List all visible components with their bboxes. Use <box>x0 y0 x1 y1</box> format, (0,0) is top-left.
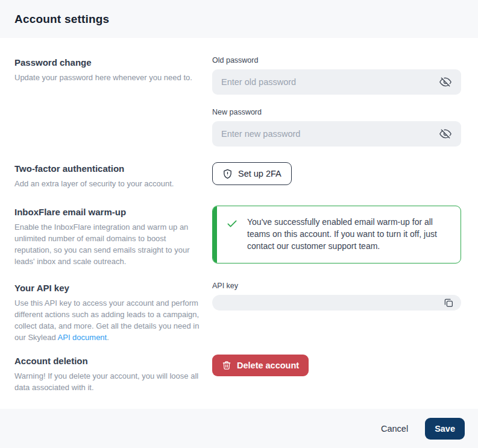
password-change-description: Update your password here whenever you n… <box>14 72 203 84</box>
account-deletion-actions: Delete account <box>212 355 461 394</box>
account-deletion-title: Account deletion <box>14 356 203 366</box>
old-password-input-wrap <box>212 69 461 95</box>
old-password-label: Old password <box>212 56 461 65</box>
section-api-key: Your API key Use this API key to access … <box>14 282 461 344</box>
new-password-visibility-toggle[interactable] <box>438 126 453 142</box>
page-footer: Cancel Save <box>0 409 478 448</box>
api-key-title: Your API key <box>14 283 203 293</box>
old-password-field: Old password <box>212 56 461 95</box>
settings-content: Password change Update your password her… <box>0 38 478 409</box>
save-button[interactable]: Save <box>425 418 465 440</box>
setup-2fa-button[interactable]: Set up 2FA <box>212 162 292 185</box>
old-password-input[interactable] <box>221 77 438 87</box>
two-factor-description: Add an extra layer of security to your a… <box>14 178 203 190</box>
copy-api-key-button[interactable] <box>441 295 456 311</box>
new-password-field: New password <box>212 108 461 147</box>
new-password-input-wrap <box>212 121 461 147</box>
delete-account-button[interactable]: Delete account <box>212 355 309 376</box>
api-key-field-area: API key <box>212 282 461 344</box>
two-factor-actions: Set up 2FA <box>212 162 461 190</box>
password-change-title: Password change <box>14 57 203 68</box>
account-deletion-info: Account deletion Warning! If you delete … <box>14 355 212 394</box>
page-header: Account settings <box>0 0 478 38</box>
section-two-factor: Two-factor authentication Add an extra l… <box>14 162 461 190</box>
section-password-change: Password change Update your password her… <box>14 56 461 147</box>
warmup-alert-text: You've successfully enabled email warm-u… <box>247 216 451 253</box>
email-warmup-info: InboxFlare email warm-up Enable the Inbo… <box>14 206 212 268</box>
two-factor-title: Two-factor authentication <box>14 163 203 174</box>
copy-icon <box>443 297 454 308</box>
api-key-label: API key <box>212 282 461 290</box>
email-warmup-description: Enable the InboxFlare integration and wa… <box>14 222 203 268</box>
password-change-info: Password change Update your password her… <box>14 56 212 147</box>
api-key-field-wrap <box>212 295 461 311</box>
email-warmup-status: You've successfully enabled email warm-u… <box>212 206 461 268</box>
warmup-success-alert: You've successfully enabled email warm-u… <box>212 206 461 263</box>
section-email-warmup: InboxFlare email warm-up Enable the Inbo… <box>14 206 461 268</box>
cancel-button[interactable]: Cancel <box>380 420 409 437</box>
api-key-description: Use this API key to access your account … <box>14 298 203 344</box>
old-password-visibility-toggle[interactable] <box>438 74 453 90</box>
new-password-input[interactable] <box>221 129 438 139</box>
email-warmup-title: InboxFlare email warm-up <box>14 207 203 217</box>
shield-icon <box>222 169 233 179</box>
section-account-deletion: Account deletion Warning! If you delete … <box>14 355 461 394</box>
eye-off-icon <box>439 128 451 140</box>
two-factor-info: Two-factor authentication Add an extra l… <box>14 162 212 190</box>
page-title: Account settings <box>14 13 109 26</box>
account-deletion-description: Warning! If you delete your account, you… <box>14 371 203 394</box>
eye-off-icon <box>439 76 451 88</box>
password-change-fields: Old password New password <box>212 56 461 147</box>
check-icon <box>226 218 238 232</box>
setup-2fa-button-label: Set up 2FA <box>238 169 281 178</box>
api-key-input[interactable] <box>219 298 441 307</box>
api-document-link[interactable]: API document <box>58 333 107 342</box>
trash-icon <box>222 361 231 370</box>
new-password-label: New password <box>212 108 461 116</box>
delete-account-button-label: Delete account <box>237 361 299 370</box>
api-key-description-period: . <box>107 333 109 342</box>
api-key-info: Your API key Use this API key to access … <box>14 282 212 344</box>
